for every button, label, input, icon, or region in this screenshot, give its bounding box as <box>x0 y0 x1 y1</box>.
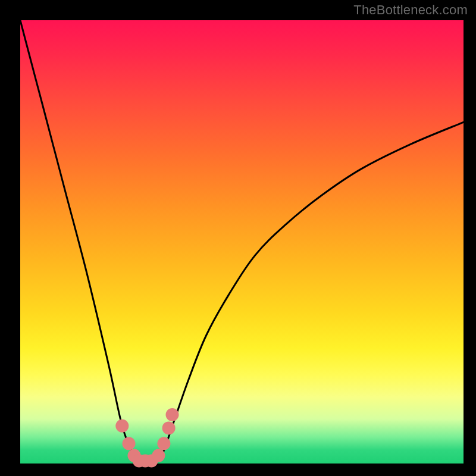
highlight-dot <box>162 421 176 434</box>
chart-svg <box>20 20 464 464</box>
highlight-dot <box>152 449 165 462</box>
highlight-dot <box>123 437 136 450</box>
chart-frame: TheBottleneck.com <box>0 0 476 476</box>
bottleneck-curve <box>20 20 464 464</box>
highlight-dot <box>115 419 129 433</box>
watermark-text: TheBottleneck.com <box>353 2 468 18</box>
highlight-dot <box>157 437 170 450</box>
highlight-dot <box>166 408 179 421</box>
chart-plot-area <box>20 20 464 464</box>
